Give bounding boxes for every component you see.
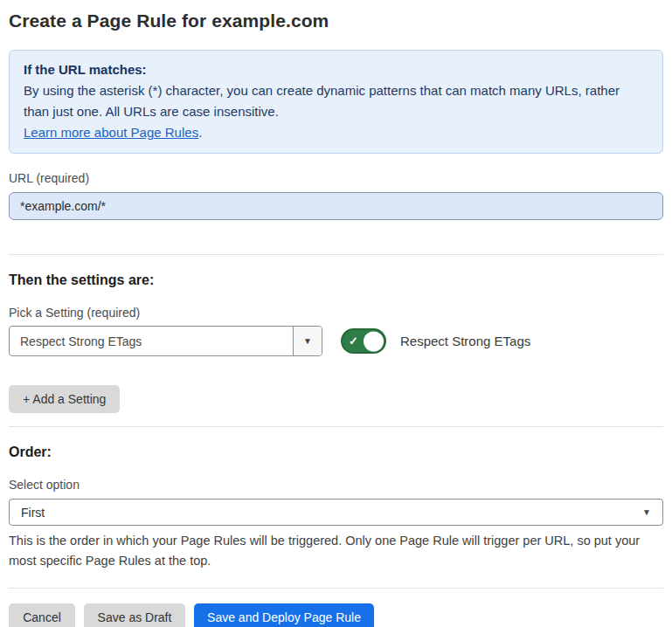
order-select[interactable]: First ▼ xyxy=(9,499,663,526)
divider-footer xyxy=(9,588,663,589)
chevron-down-icon: ▼ xyxy=(642,508,651,517)
order-help-text: This is the order in which your Page Rul… xyxy=(9,531,663,571)
divider-settings-order xyxy=(9,426,663,427)
cancel-button[interactable]: Cancel xyxy=(9,603,75,627)
add-setting-button[interactable]: + Add a Setting xyxy=(9,385,120,413)
setting-picker-label: Pick a Setting (required) xyxy=(9,306,663,320)
toggle-label: Respect Strong ETags xyxy=(400,334,530,348)
page-title: Create a Page Rule for example.com xyxy=(9,9,663,33)
setting-select-arrow-button[interactable]: ▼ xyxy=(293,327,322,355)
setting-select[interactable]: Respect Strong ETags ▼ xyxy=(9,326,322,356)
info-box-heading: If the URL matches: xyxy=(24,59,648,80)
setting-toggle[interactable]: ✓ xyxy=(341,328,386,354)
caret-down-icon: ▼ xyxy=(303,337,312,346)
setting-select-value: Respect Strong ETags xyxy=(10,327,293,355)
url-field-label: URL (required) xyxy=(9,171,663,185)
order-section-heading: Order: xyxy=(9,444,663,460)
check-icon: ✓ xyxy=(349,335,358,347)
save-deploy-button[interactable]: Save and Deploy Page Rule xyxy=(194,603,374,627)
setting-row: Respect Strong ETags ▼ ✓ Respect Strong … xyxy=(9,326,663,356)
order-select-label: Select option xyxy=(9,478,663,492)
info-box-link-line: Learn more about Page Rules. xyxy=(24,122,648,143)
footer-button-row: Cancel Save as Draft Save and Deploy Pag… xyxy=(9,603,663,627)
url-match-info-box: If the URL matches: By using the asteris… xyxy=(9,50,663,154)
page-rule-form: Create a Page Rule for example.com If th… xyxy=(0,0,672,627)
url-input[interactable] xyxy=(9,192,663,220)
divider-url-settings xyxy=(9,254,663,255)
learn-more-link[interactable]: Learn more about Page Rules xyxy=(24,125,198,140)
toggle-knob xyxy=(364,331,384,351)
save-draft-button[interactable]: Save as Draft xyxy=(84,603,185,627)
order-select-value: First xyxy=(21,506,45,520)
link-period: . xyxy=(198,125,202,140)
settings-section-heading: Then the settings are: xyxy=(9,272,663,288)
info-box-body: By using the asterisk (*) character, you… xyxy=(24,80,648,122)
